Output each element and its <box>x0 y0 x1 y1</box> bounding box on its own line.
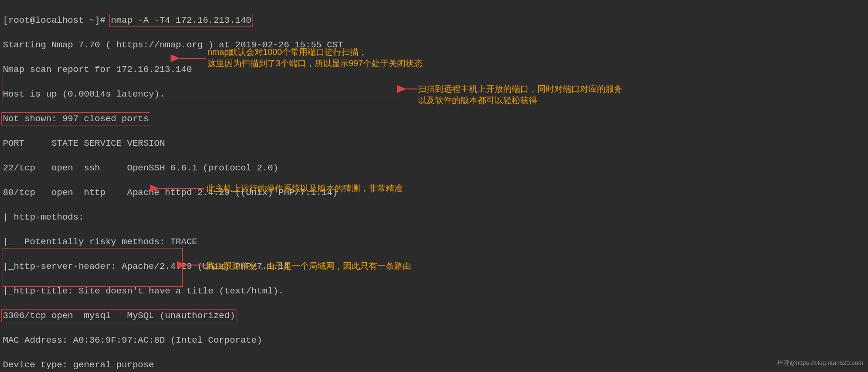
not-shown-text: Not shown: 997 closed ports <box>3 114 149 124</box>
prompt: [root@localhost ~]# <box>3 15 111 26</box>
output-line: Nmap scan report for 172.16.213.140 <box>3 63 865 76</box>
output-line: 80/tcp open http Apache httpd 2.4.29 ((U… <box>3 186 865 199</box>
watermark: 梓潼@https://blog.ntan520.com <box>777 357 863 369</box>
output-line: |_ Potentially risky methods: TRACE <box>3 236 865 248</box>
output-line: Device type: general purpose <box>3 359 865 371</box>
annotation-os: 此主机上运行的操作系统以及版本的猜测，非常精准 <box>207 183 403 194</box>
mysql-box: 3306/tcp open mysql MySQL (unauthorized) <box>1 309 236 322</box>
output-line: | http-methods: <box>3 211 865 223</box>
output-line: PORT STATE SERVICE VERSION <box>3 137 865 150</box>
output-line: Starting Nmap 7.70 ( https://nmap.org ) … <box>3 39 865 51</box>
annotation-traceroute: 路由跟踪信息，由于是一个局域网，因此只有一条路由 <box>207 260 411 272</box>
command-box: nmap -A -T4 172.16.213.140 <box>109 14 253 27</box>
output-line: 3306/tcp open mysql MySQL (unauthorized) <box>3 310 865 322</box>
terminal-output: [root@localhost ~]# nmap -A -T4 172.16.2… <box>0 0 868 372</box>
output-line: |_http-title: Site doesn't have a title … <box>3 285 865 297</box>
output-line: 22/tcp open ssh OpenSSH 6.6.1 (protocol … <box>3 162 865 174</box>
annotation-open-ports: 扫描到远程主机上开放的端口，同时对端口对应的服务 以及软件的版本都可以轻松获得 <box>418 83 623 106</box>
mysql-text: 3306/tcp open mysql MySQL (unauthorized) <box>3 310 235 321</box>
command-text: nmap -A -T4 172.16.213.140 <box>111 15 251 26</box>
not-shown-box: Not shown: 997 closed ports <box>1 112 150 125</box>
annotation-ports-closed: nmap默认会对1000个常用端口进行扫描， 这里因为扫描到了3个端口，所以显示… <box>208 46 423 69</box>
output-line: |_http-server-header: Apache/2.4.29 (Uni… <box>3 260 865 273</box>
output-line: Not shown: 997 closed ports <box>3 113 865 125</box>
command-line: [root@localhost ~]# nmap -A -T4 172.16.2… <box>3 14 865 27</box>
output-line: MAC Address: A0:36:9F:97:AC:8D (Intel Co… <box>3 334 865 346</box>
